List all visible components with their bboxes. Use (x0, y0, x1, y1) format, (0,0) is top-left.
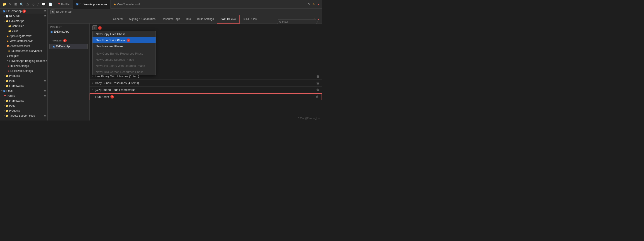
tab-bar: ❤ Podfile ▣ ExDemoApp.xcodeproj ◆ ViewCo… (55, 0, 305, 8)
delete-embed-pods-button[interactable]: 🗑 (316, 88, 319, 92)
git-icon[interactable]: ⑇ (37, 2, 39, 6)
target-xcode-icon: ▣ (52, 45, 55, 48)
close-icon[interactable]: ✕ (9, 2, 12, 6)
sidebar-item-targets-support[interactable]: › 📁 Targets Support Files M (0, 113, 48, 118)
nav-error-icon: ▲ (317, 17, 320, 21)
tab-build-settings[interactable]: Build Settings (194, 15, 217, 23)
tab-xcodeproj[interactable]: ▣ ExDemoApp.xcodeproj (73, 0, 111, 8)
tab-build-phases[interactable]: Build Phases (217, 15, 240, 23)
sidebar-item-appdelegate[interactable]: ◆ AppDelegate.swift (0, 33, 48, 38)
phase-arrow-copy: › (92, 82, 93, 84)
folder-icon-ctrl: 📁 (8, 25, 11, 27)
tab-nav-right: ⚠ ▲ ⊙ (313, 17, 320, 21)
sidebar-item-pods-1[interactable]: › 📁 Pods M (0, 78, 48, 83)
sidebar-item-assets[interactable]: 🎨 Assets.xcassets (0, 43, 48, 48)
sidebar-toggle-button[interactable]: ▣ (50, 9, 55, 14)
sidebar-item-products[interactable]: › 📁 Products (0, 73, 48, 78)
phase-arrow-link: › (92, 75, 93, 77)
sidebar-item-localizable[interactable]: › ≡ Localizable.strings (0, 68, 48, 73)
swift-icon: ◆ (114, 3, 116, 6)
folder-icon-fw2: 📁 (6, 100, 8, 102)
sidebar-item-products-2[interactable]: › 📁 Products (0, 108, 48, 113)
content-area: PROJECT ▣ ExDemoApp TARGETS 2 ▣ ExDemoAp… (48, 23, 322, 120)
sidebar-item-readme[interactable]: › 📄 README M (0, 13, 48, 18)
sidebar-item-viewcontroller[interactable]: ◆ ViewController.swift (0, 38, 48, 43)
folder-icon[interactable]: 📁 (2, 2, 6, 6)
filter-input[interactable] (282, 20, 312, 23)
phase-row-embed-pods[interactable]: › [CP] Embed Pods Frameworks 🗑 (90, 86, 322, 93)
tab-podfile[interactable]: ❤ Podfile (55, 0, 73, 8)
dropdown-item-headers[interactable]: New Headers Phase (92, 43, 156, 49)
tab-info[interactable]: Info (183, 15, 194, 23)
delete-link-binary-button[interactable]: 🗑 (316, 74, 319, 78)
phase-rows: › Link Binary With Libraries (1 item) 🗑 … (90, 73, 322, 100)
folder-icon-pods2: 📁 (6, 105, 8, 107)
pods2-arrow: › (4, 105, 5, 107)
bubble-icon[interactable]: 💬 (42, 2, 46, 6)
pods-root-xcode-icon: ▣ (3, 89, 6, 92)
view-arrow: › (7, 30, 8, 32)
breadcrumb-text: ExDemoApp (56, 10, 72, 13)
targets-item-exdemoapp[interactable]: ▣ ExDemoApp (50, 44, 88, 49)
dropdown-item-copy-files[interactable]: New Copy Files Phase (92, 31, 156, 37)
folder-icon-exdemo: 📁 (6, 20, 8, 22)
sidebar-item-bridging[interactable]: h ExDemoApp-Bridging-Header.h (0, 58, 48, 63)
fw2-arrow: › (4, 100, 5, 102)
sidebar-item-podfile[interactable]: ❤ Podfile M (0, 93, 48, 98)
phase-row-copy-bundle[interactable]: › Copy Bundle Resources (4 items) 🗑 (90, 80, 322, 86)
sidebar-item-pods-root[interactable]: ▾ ▣ Pods M (0, 88, 48, 93)
products2-arrow: › (4, 110, 5, 112)
search-icon[interactable]: 🔍 (20, 2, 24, 6)
sidebar-item-pods-2[interactable]: › 📁 Pods (0, 103, 48, 108)
main-layout: ▾ ▣ ExDemoApp 1 M › 📄 README M › 📁 ExDem… (0, 8, 322, 120)
delete-run-script-button[interactable]: 🗑 (316, 95, 319, 99)
controller-arrow: › (7, 25, 8, 27)
grid-icon[interactable]: ⊞ (14, 2, 17, 6)
refresh-icon[interactable]: ⟳ (308, 2, 310, 6)
folder-icon-fw1: 📁 (6, 85, 8, 87)
tab-signing[interactable]: Signing & Capabilities (126, 15, 159, 23)
podfile-badge: M (44, 94, 46, 97)
warning-icon[interactable]: ⚠ (26, 2, 29, 6)
pods1-badge: M (44, 79, 46, 82)
sidebar-item-exdemoapp[interactable]: › 📁 ExDemoApp (0, 18, 48, 23)
top-error-icon[interactable]: ▲ (317, 2, 320, 6)
sidebar-item-frameworks-1[interactable]: › 📁 Frameworks (0, 83, 48, 88)
plus-badge: 4 (98, 26, 102, 30)
top-warning-icon[interactable]: ⚠ (312, 2, 315, 6)
strings-icon-1: ≡ (8, 65, 10, 67)
folder-icon-products: 📁 (6, 75, 8, 77)
ts-badge: M (44, 114, 46, 117)
sidebar-item-launchscreen[interactable]: › ✕ LaunchScreen.storyboard (0, 48, 48, 53)
readme-icon: 📄 (6, 15, 8, 17)
folder-icon-products2: 📁 (6, 110, 8, 112)
sidebar-item-infoplist[interactable]: ≡ Info.plist (0, 53, 48, 58)
file-navigator: ▾ ▣ ExDemoApp 1 M › 📄 README M › 📁 ExDem… (0, 8, 48, 120)
tab-general[interactable]: General (110, 15, 126, 23)
dropdown-item-run-script[interactable]: New Run Script Phase 5 (92, 37, 156, 43)
add-phase-button[interactable]: + (92, 25, 97, 30)
infoplist-str-arrow: › (7, 65, 8, 67)
delete-copy-bundle-button[interactable]: 🗑 (316, 81, 319, 85)
tab-build-rules[interactable]: Build Rules (240, 15, 260, 23)
targets-label: TARGETS 2 (48, 37, 89, 43)
project-xcode-icon: ▣ (50, 30, 52, 33)
diamond-icon[interactable]: ◇ (32, 2, 34, 6)
run-script-row-badge: 6 (110, 95, 114, 99)
project-section-label: PROJECT (48, 23, 89, 29)
sidebar-item-infoplist-strings[interactable]: › ≡ InfoPlist.strings – (0, 63, 48, 68)
sidebar-root-item[interactable]: ▾ ▣ ExDemoApp 1 M (0, 8, 48, 13)
header-icon: h (7, 60, 8, 62)
sidebar-item-frameworks-2[interactable]: › 📁 Frameworks (0, 98, 48, 103)
project-section-item[interactable]: ▣ ExDemoApp (48, 29, 89, 34)
tab-resource-tags[interactable]: Resource Tags (159, 15, 183, 23)
sidebar-item-controller[interactable]: › 📁 Controller (0, 23, 48, 28)
sidebar-item-view[interactable]: › 📁 View (0, 28, 48, 33)
readme-arrow: › (4, 15, 5, 17)
doc-icon[interactable]: 📄 (48, 2, 52, 6)
root-xcode-icon: ▣ (3, 10, 6, 13)
tab-viewcontroller[interactable]: ◆ ViewController.swift (111, 0, 144, 8)
root-badge-1: 1 (22, 9, 26, 13)
phase-row-run-script[interactable]: › Run Script 6 🗑 (90, 93, 322, 100)
project-panel: PROJECT ▣ ExDemoApp TARGETS 2 ▣ ExDemoAp… (48, 23, 90, 120)
